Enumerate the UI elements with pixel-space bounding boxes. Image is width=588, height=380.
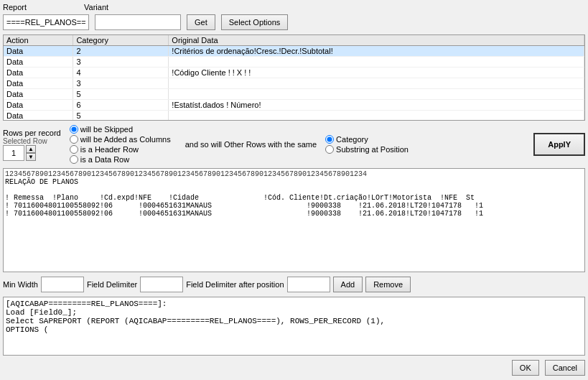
report-label: Report (3, 3, 27, 11)
top-bar: Get Select Options (3, 13, 585, 32)
table-cell-action: Data (4, 100, 73, 111)
col-category: Category (73, 35, 169, 46)
table-cell-category: 5 (73, 89, 169, 100)
table-row[interactable]: Data3 (4, 57, 584, 68)
radio-row-skip: will be Skipped (70, 125, 171, 134)
radio-category-label: Category (336, 135, 368, 144)
bottom-controls: Min Width Field Delimiter Field Delimite… (3, 275, 585, 294)
table-cell-category: 6 (73, 100, 169, 111)
get-button[interactable]: Get (187, 14, 215, 30)
spinner-buttons: ▲ ▼ (26, 145, 36, 161)
table-cell-category: 3 (73, 78, 169, 89)
code-section: [AQICABAP=========REL_PLANOS====]: Load … (3, 297, 585, 356)
ok-button[interactable]: OK (512, 360, 539, 376)
radio-row-header: is a Header Row (70, 145, 171, 154)
radio-data-label: is a Data Row (80, 155, 129, 164)
table-cell-action: Data (4, 46, 73, 57)
bottom-buttons: OK Cancel (3, 358, 585, 377)
radio-substring[interactable] (325, 145, 334, 154)
preview-title: RELAÇÃO DE PLANOS (5, 178, 583, 186)
preview-ruler: 1234567890123456789012345678901234567890… (5, 170, 583, 178)
table-cell-original_data (169, 111, 584, 121)
table-row[interactable]: Data5 (4, 89, 584, 100)
rows-per-record-input[interactable] (3, 145, 24, 161)
middle-text: and so will Other Rows with the same (185, 140, 317, 149)
cancel-button[interactable]: Cancel (545, 360, 585, 376)
top-labels: Report Variant (3, 3, 585, 11)
main-container: Report Variant Get Select Options Action… (0, 0, 588, 380)
add-button[interactable]: Add (333, 277, 363, 292)
radio-skip[interactable] (70, 125, 78, 134)
table-cell-action: Data (4, 89, 73, 100)
radio-skip-label: will be Skipped (80, 125, 133, 134)
radio-header[interactable] (70, 145, 78, 154)
table-cell-original_data (169, 89, 584, 100)
rows-per-record-label: Rows per record (3, 129, 61, 137)
variant-label: Variant (84, 3, 108, 11)
report-input[interactable] (3, 14, 89, 30)
data-table: Action Category Original Data Data2 !Cri… (4, 35, 584, 121)
field-delimiter-after-input[interactable] (287, 277, 330, 292)
preview-row2: ! 70116004801100558092!06 !0004651631MAN… (5, 210, 583, 218)
radio-group-left: will be Skipped will be Added as Columns… (70, 125, 171, 164)
radio-substring-label: Substring at Position (336, 145, 409, 154)
table-row[interactable]: Data6 !Estatíst.dados ! Número! (4, 100, 584, 111)
table-cell-category: 3 (73, 57, 169, 68)
col-original-data: Original Data (169, 35, 584, 46)
table-cell-action: Data (4, 68, 73, 78)
radio-columns-label: will be Added as Columns (80, 135, 171, 144)
preview-blank (5, 186, 583, 194)
selected-row-label: Selected Row (3, 137, 61, 145)
options-section: Rows per record Selected Row ▲ ▼ will be… (3, 124, 585, 165)
radio-row-data: is a Data Row (70, 155, 171, 164)
spinner-up[interactable]: ▲ (26, 145, 36, 153)
radio-header-label: is a Header Row (80, 145, 139, 154)
radio-columns[interactable] (70, 135, 78, 144)
col-action: Action (4, 35, 73, 46)
radio-category[interactable] (325, 135, 334, 144)
table-cell-action: Data (4, 111, 73, 121)
table-row[interactable]: Data3 (4, 78, 584, 89)
table-cell-original_data (169, 57, 584, 68)
table-cell-action: Data (4, 78, 73, 89)
radio-row-substring: Substring at Position (325, 145, 409, 154)
apply-button[interactable]: ApplY (533, 133, 585, 156)
preview-header: ! Remessa !Plano !Cd.expd!NFE !Cidade !C… (5, 194, 583, 202)
category-group: Category Substring at Position (325, 135, 409, 154)
data-table-section: Action Category Original Data Data2 !Cri… (3, 34, 585, 121)
preview-row1: ! 70116004801100558092!06 !0004651631MAN… (5, 202, 583, 210)
table-cell-original_data: !Critérios de ordenação!Cresc.!Decr.!Sub… (169, 46, 584, 57)
preview-section: 1234567890123456789012345678901234567890… (3, 168, 585, 272)
table-row[interactable]: Data4 !Código Cliente ! ! X ! ! (4, 68, 584, 78)
apply-btn-container: ApplY (533, 133, 585, 156)
remove-button[interactable]: Remove (365, 277, 411, 292)
field-delimiter-label: Field Delimiter (87, 280, 137, 289)
table-cell-action: Data (4, 57, 73, 68)
table-row[interactable]: Data5 (4, 111, 584, 121)
code-text: [AQICABAP=========REL_PLANOS====]: Load … (6, 300, 582, 334)
table-cell-original_data (169, 78, 584, 89)
radio-data[interactable] (70, 155, 78, 164)
field-delimiter-after-label: Field Delimiter after position (186, 280, 284, 289)
table-row[interactable]: Data2 !Critérios de ordenação!Cresc.!Dec… (4, 46, 584, 57)
table-cell-original_data: !Código Cliente ! ! X ! ! (169, 68, 584, 78)
radio-row-category: Category (325, 135, 409, 144)
select-options-button[interactable]: Select Options (221, 14, 289, 30)
spinner-container: ▲ ▼ (3, 145, 61, 161)
min-width-input[interactable] (41, 277, 84, 292)
rows-per-record-group: Rows per record Selected Row ▲ ▼ (3, 129, 61, 161)
table-cell-original_data: !Estatíst.dados ! Número! (169, 100, 584, 111)
min-width-label: Min Width (3, 280, 38, 289)
radio-row-columns: will be Added as Columns (70, 135, 171, 144)
variant-input[interactable] (95, 14, 181, 30)
table-cell-category: 5 (73, 111, 169, 121)
field-delimiter-input[interactable] (140, 277, 183, 292)
spinner-down[interactable]: ▼ (26, 153, 36, 161)
table-cell-category: 4 (73, 68, 169, 78)
table-cell-category: 2 (73, 46, 169, 57)
